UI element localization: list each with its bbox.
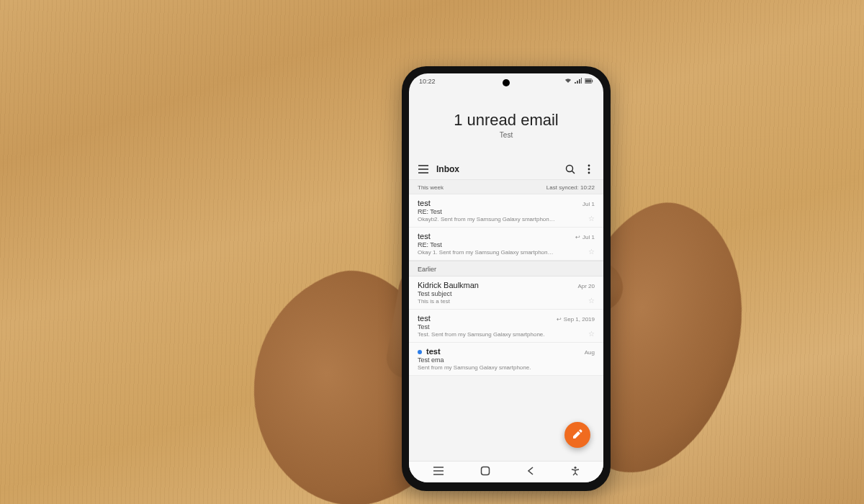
email-subject: Test ema	[418, 356, 595, 364]
folder-title[interactable]: Inbox	[436, 164, 557, 174]
nav-home-icon[interactable]	[480, 466, 490, 478]
email-date: Jul 1	[582, 201, 595, 207]
email-sender: test	[418, 199, 431, 207]
unread-dot-icon	[418, 350, 422, 354]
replied-icon: ↩	[557, 316, 562, 323]
email-subject: RE: Test	[418, 241, 595, 248]
menu-icon[interactable]	[418, 163, 429, 175]
star-icon[interactable]: ☆	[588, 330, 595, 338]
star-icon[interactable]: ☆	[588, 297, 595, 305]
email-subject: RE: Test	[418, 208, 595, 215]
battery-icon	[585, 78, 593, 85]
email-item[interactable]: test Aug Test ema Sent from my Samsung G…	[409, 343, 603, 376]
compose-button[interactable]	[564, 422, 590, 448]
section-this-week: This week Last synced: 10:22	[409, 180, 603, 194]
email-date: Apr 20	[577, 283, 595, 289]
email-date: Aug	[585, 349, 595, 356]
email-preview: Okayb2. Sent from my Samsung Galaxy smar…	[418, 216, 569, 222]
section-earlier: Earlier	[409, 261, 603, 276]
last-synced: Last synced: 10:22	[546, 184, 595, 191]
status-icons	[564, 78, 593, 85]
email-preview: Okay 1. Sent from my Samsung Galaxy smar…	[418, 249, 569, 256]
email-sender: test	[418, 232, 431, 240]
email-preview: Test. Sent from my Samsung Galaxy smartp…	[418, 331, 569, 338]
android-navbar	[409, 461, 603, 482]
star-icon[interactable]: ☆	[588, 215, 595, 222]
email-sender: test	[418, 347, 441, 356]
email-item[interactable]: Kidrick Baulkman Apr 20 Test subject Thi…	[409, 276, 603, 310]
star-icon[interactable]: ☆	[588, 248, 595, 256]
section-label: This week	[418, 184, 444, 191]
unread-count-title: 1 unread email	[416, 111, 596, 130]
email-preview: Sent from my Samsung Galaxy smartphone.	[418, 364, 569, 371]
camera-punch-hole	[503, 79, 510, 86]
nav-recents-icon[interactable]	[433, 466, 444, 478]
svg-rect-1	[592, 80, 593, 82]
email-list[interactable]: test Jul 1 RE: Test Okayb2. Sent from my…	[409, 194, 603, 461]
more-icon[interactable]	[583, 163, 595, 175]
svg-rect-2	[585, 80, 591, 83]
nav-back-icon[interactable]	[526, 466, 535, 478]
email-item[interactable]: test ↩ Jul 1 RE: Test Okay 1. Sent from …	[409, 228, 603, 261]
account-name: Test	[416, 131, 596, 139]
svg-rect-11	[482, 467, 490, 475]
inbox-hero: 1 unread email Test	[409, 89, 603, 159]
email-subject: Test	[418, 323, 595, 330]
svg-point-5	[588, 165, 590, 167]
svg-point-6	[588, 168, 590, 171]
inbox-toolbar: Inbox	[409, 159, 603, 180]
email-item[interactable]: test ↩ Sep 1, 2019 Test Test. Sent from …	[409, 310, 603, 343]
status-time: 10:22	[419, 78, 436, 85]
svg-point-7	[588, 172, 590, 174]
wifi-icon	[564, 78, 572, 85]
email-sender: Kidrick Baulkman	[418, 281, 479, 289]
phone-screen: 10:22 1 unread email Test Inbox	[409, 73, 603, 482]
compose-icon	[572, 428, 583, 441]
phone-frame: 10:22 1 unread email Test Inbox	[402, 66, 611, 491]
svg-point-12	[574, 467, 576, 469]
email-date: ↩ Sep 1, 2019	[557, 316, 595, 323]
replied-icon: ↩	[575, 234, 580, 240]
search-icon[interactable]	[564, 163, 576, 175]
signal-icon	[575, 78, 582, 85]
email-date: ↩ Jul 1	[575, 234, 595, 240]
email-item[interactable]: test Jul 1 RE: Test Okayb2. Sent from my…	[409, 194, 603, 228]
email-preview: This is a test	[418, 298, 569, 305]
nav-accessibility-icon[interactable]	[571, 466, 580, 478]
svg-line-4	[572, 171, 575, 174]
email-subject: Test subject	[418, 290, 595, 297]
svg-point-3	[567, 166, 573, 172]
email-sender: test	[418, 314, 431, 323]
